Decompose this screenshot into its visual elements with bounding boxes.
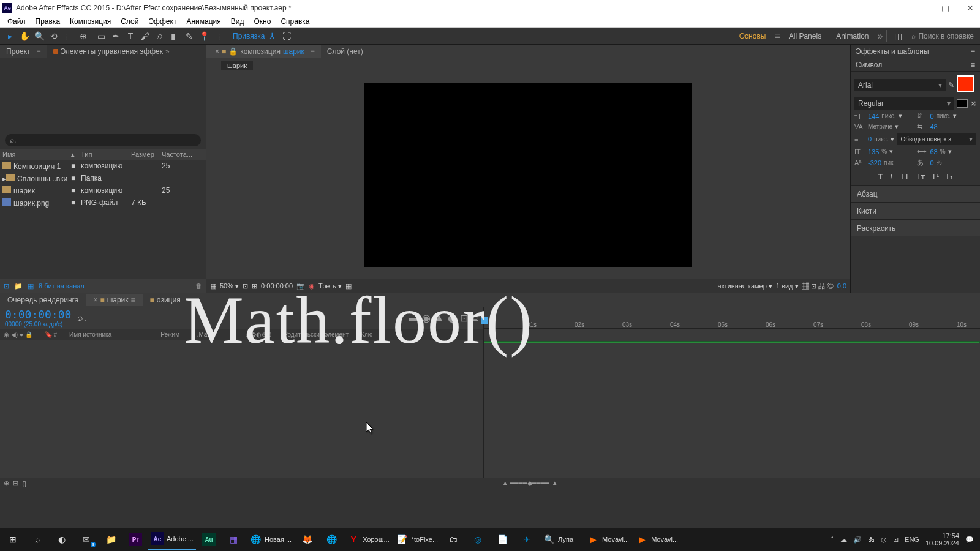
project-search[interactable]: ⌕. [5,134,201,146]
tracking-field[interactable]: ⇆48 [917,122,977,130]
italic-button[interactable]: T [889,172,894,181]
taskbar-search[interactable]: ⌕ [26,529,49,550]
menu-edit[interactable]: Правка [31,16,66,27]
transparency-icon[interactable]: ▦ [345,282,352,290]
res-icon[interactable]: ⊡ [243,282,248,290]
roto-tool-icon[interactable]: ✎ [182,29,197,43]
work-area-bar[interactable] [484,341,980,343]
snap-icon[interactable]: ⅄ [265,29,279,43]
zoom-dropdown[interactable]: 50% ▾ [220,282,239,290]
eyedropper-icon[interactable]: ✎ [948,81,954,89]
view-options-icon[interactable]: ▦ ⊡ 品 ◎ [802,282,834,291]
superscript-button[interactable]: T¹ [932,172,939,181]
vscale-field[interactable]: IT135%▾ [854,148,914,156]
stroke-color-swatch[interactable] [957,99,968,108]
workspace-animation[interactable]: Animation [830,31,875,42]
taskbar-audition[interactable]: Au [197,529,221,550]
taskbar-app[interactable]: 🗂 [442,529,465,550]
maximize-button[interactable]: ▢ [941,3,949,13]
close-button[interactable]: ✕ [967,3,974,13]
menu-composition[interactable]: Композиция [65,16,116,27]
toggle-brackets-icon[interactable]: {} [22,480,26,487]
toggle-switches-icon[interactable]: ⊕ [4,479,9,487]
font-style-dropdown[interactable]: Regular▾ [854,97,954,110]
playhead[interactable] [484,307,484,328]
rect-tool-icon[interactable]: ▭ [94,29,108,43]
project-item[interactable]: Композиция 1 ■композицию25 [0,160,206,172]
taskbar-cortana[interactable]: ◐ [50,529,74,550]
workspace-allpanels[interactable]: All Panels [783,31,827,42]
timecode-display[interactable]: 0:00:00:00 [261,282,293,290]
bold-button[interactable]: T [878,172,883,181]
project-item[interactable]: ▸Сплошны...вки ■Папка [0,172,206,184]
taskbar-app[interactable]: 📄 [491,529,514,550]
local-axis-icon[interactable]: ⬚ [214,29,229,43]
channel-icon[interactable]: ◉ [309,282,315,290]
lock-icon[interactable]: 🔒 [228,47,238,56]
tray-volume-icon[interactable]: 🔊 [853,536,862,544]
close-icon[interactable]: × [215,47,219,56]
baseline-field[interactable]: Aª-320пик [854,158,914,167]
selection-tool-icon[interactable]: ▸ [2,29,17,43]
tray-lang[interactable]: ENG [905,536,919,543]
effect-controls-tab[interactable]: Элементы управления эффек» [47,45,176,58]
zoom-slider[interactable]: ▲ ━━━━◆━━━━ ▲ [502,479,558,487]
project-tab[interactable]: Проект≡ [0,45,47,58]
menu-layer[interactable]: Слой [116,16,143,27]
zoom-tool-icon[interactable]: 🔍 [32,29,47,43]
canvas-area[interactable] [206,70,850,279]
new-comp-icon[interactable]: ▦ [28,282,34,290]
taskbar-chrome[interactable]: 🌐Новая ... [246,529,294,550]
project-item[interactable]: шарик.png ■PNG-файл7 КБ [0,197,206,209]
project-item[interactable]: шарик ■композицию25 [0,184,206,197]
taskbar-explorer[interactable]: 📁 [99,529,123,550]
tsume-field[interactable]: あ0% [917,158,977,167]
hscale-field[interactable]: ⟷63%▾ [917,148,977,156]
taskbar-aftereffects[interactable]: AeAdobe ... [148,529,196,550]
paint-panel-header[interactable]: Раскрасить [851,219,980,236]
snap-label[interactable]: Привязка [233,32,265,40]
subscript-button[interactable]: T₁ [945,172,953,181]
taskbar-magnifier[interactable]: 🔍Лупа [540,529,582,550]
leading-field[interactable]: ⇵0пикс.▾ [917,112,977,120]
trash-icon[interactable]: 🗑 [195,282,202,290]
render-queue-tab[interactable]: Очередь рендеринга [0,294,86,306]
clone-tool-icon[interactable]: ⎌ [153,29,167,43]
puppet-tool-icon[interactable]: 📍 [197,29,211,43]
timeline-tab-other[interactable]: ■озиция [143,294,188,306]
interpret-icon[interactable]: ⊡ [4,282,9,290]
timeline-tab-comp[interactable]: ×■шарик≡ [86,294,142,306]
fill-color-swatch[interactable] [957,75,974,92]
alpha-icon[interactable]: ▦ [210,282,216,290]
text-tool-icon[interactable]: T [123,29,138,43]
tl-icon[interactable]: ⊡ [460,312,468,324]
composition-canvas[interactable] [364,83,692,267]
toggle-modes-icon[interactable]: ⊟ [13,479,18,487]
tl-icon[interactable]: ▲ [434,312,444,324]
taskbar-app[interactable]: ▦ [222,529,245,550]
font-size-field[interactable]: тT144пикс.▾ [854,112,914,120]
grid-icon[interactable]: ⊞ [252,282,257,290]
folder-icon[interactable]: 📁 [14,282,23,290]
taskbar-movavi[interactable]: ▶Movavi... [633,529,680,550]
tray-notifications-icon[interactable]: 💬 [965,536,974,544]
help-search[interactable]: ⌕ Поиск в справке [908,32,978,40]
taskbar-edge[interactable]: 🌐 [320,529,343,550]
menu-file[interactable]: Файл [2,16,31,27]
kerning-field[interactable]: VAМетриче▾ [854,122,914,130]
tray-clock[interactable]: 17:54 10.09.2024 [925,532,959,547]
brush-tool-icon[interactable]: 🖌 [138,29,153,43]
menu-window[interactable]: Окно [249,16,276,27]
stroke-width-field[interactable]: ≡0пикс.▾ [854,135,894,143]
tray-icon[interactable]: ◎ [881,536,887,544]
taskbar-notepad[interactable]: 📝*toFixe... [393,529,440,550]
start-button[interactable]: ⊞ [1,529,24,550]
bit-depth-button[interactable]: 8 бит на канал [39,282,85,290]
camera-tool-icon[interactable]: ⬚ [61,29,76,43]
minimize-button[interactable]: — [916,3,924,13]
taskbar-movavi[interactable]: ▶Movavi... [584,529,631,550]
taskbar-app[interactable]: ◎ [466,529,489,550]
snap-edge-icon[interactable]: ⛶ [279,29,294,43]
tl-icon[interactable]: ◉ [422,312,431,324]
sync-icon[interactable]: ◫ [891,29,905,43]
